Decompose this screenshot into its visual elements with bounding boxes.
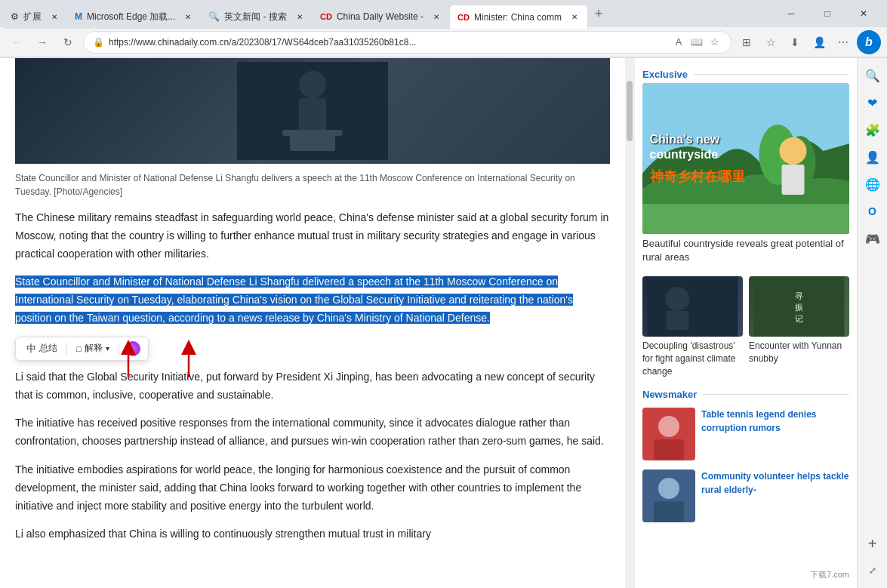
news-grid: Decoupling 'disastrous' for fight agains…: [635, 276, 857, 383]
article-hero-image: [15, 58, 610, 164]
newsmaker-label: Newsmaker: [635, 384, 857, 405]
news-item-2[interactable]: 寻 振 记 Encounter with Yunnan snubby: [749, 276, 849, 377]
edge-outlook-icon[interactable]: O: [861, 200, 884, 223]
tab-label: 扩展: [23, 11, 42, 23]
profile-button[interactable]: 👤: [808, 32, 830, 53]
sidebar-hero[interactable]: China's new countryside 神奇乡村在哪里 Beautifu…: [642, 83, 849, 270]
back-button[interactable]: ←: [6, 32, 27, 53]
svg-rect-10: [642, 204, 849, 234]
edge-profile-icon[interactable]: 👤: [861, 146, 884, 168]
summarize-button[interactable]: 中 总结: [23, 340, 60, 357]
svg-rect-3: [282, 130, 343, 136]
article-area: State Councillor and Minister of Nationa…: [0, 58, 625, 588]
edge-favorites-icon[interactable]: ❤: [861, 91, 884, 114]
article-para-3: Li said that the Global Security Initiat…: [15, 368, 610, 405]
main-area: State Councillor and Minister of Nationa…: [0, 58, 887, 588]
url-bar[interactable]: 🔒 https://www.chinadaily.com.cn/a/202308…: [83, 31, 731, 54]
tab-label: Microsoft Edge 加载...: [87, 11, 175, 23]
svg-rect-4: [290, 136, 335, 151]
svg-text:神奇乡村在哪里: 神奇乡村在哪里: [649, 169, 745, 184]
svg-point-11: [780, 137, 807, 165]
explain-button[interactable]: □ 解释 ▾: [73, 340, 112, 356]
edge-browser-icon[interactable]: 🌐: [861, 173, 884, 195]
news-thumb-img-2: 寻 振 记: [749, 276, 849, 337]
favorite-icon[interactable]: ☆: [708, 35, 722, 49]
edge-expand-icon[interactable]: ⤢: [861, 559, 884, 582]
news-thumb-title-1: Decoupling 'disastrous' for fight agains…: [642, 340, 743, 377]
copilot-button[interactable]: [125, 341, 140, 356]
tab-edge[interactable]: M Microsoft Edge 加载... ✕: [67, 5, 201, 29]
sidebar: Exclusive: [634, 58, 857, 588]
svg-text:振: 振: [795, 303, 803, 312]
refresh-button[interactable]: ↻: [57, 32, 79, 53]
svg-text:寻: 寻: [795, 291, 803, 300]
svg-text:China's new: China's new: [650, 133, 720, 146]
collections-button[interactable]: ⊞: [736, 32, 757, 53]
forward-button[interactable]: →: [32, 32, 53, 53]
edge-search-icon[interactable]: 🔍: [861, 64, 884, 87]
svg-rect-12: [782, 165, 805, 195]
article-para-6: Li also emphasized that China is willing…: [15, 525, 610, 543]
article-caption: State Councillor and Minister of Nationa…: [15, 171, 610, 199]
svg-text:countryside: countryside: [650, 148, 719, 161]
svg-point-27: [658, 478, 679, 499]
favorites-button[interactable]: ☆: [760, 32, 781, 53]
tab-search[interactable]: 🔍 英文新闻 - 搜索 ✕: [201, 5, 313, 29]
edge-game-icon[interactable]: 🎮: [861, 227, 884, 250]
svg-rect-28: [654, 501, 684, 522]
window-controls: ─ □ ✕: [774, 2, 884, 26]
svg-point-24: [658, 416, 679, 437]
article-para-1: The Chinese military remains steadfast i…: [15, 209, 610, 263]
edge-collections-icon[interactable]: 🧩: [861, 119, 884, 141]
close-button[interactable]: ✕: [846, 2, 881, 26]
address-bar: ← → ↻ 🔒 https://www.chinadaily.com.cn/a/…: [0, 27, 887, 57]
scroll-thumb[interactable]: [627, 81, 633, 141]
hero-caption: Beautiful countryside reveals great pote…: [642, 234, 849, 270]
scrollbar[interactable]: [625, 58, 634, 588]
article-para-5: The initiative embodies aspirations for …: [15, 461, 610, 515]
edge-sidebar: 🔍 ❤ 🧩 👤 🌐 O 🎮 + ⤢: [857, 58, 887, 588]
minimize-button[interactable]: ─: [774, 2, 808, 26]
newsmaker-item-2[interactable]: Community volunteer helps tackle rural e…: [635, 466, 857, 528]
selection-toolbar: 中 总结 □ 解释 ▾: [15, 337, 149, 361]
toolbar-right: ⊞ ☆ ⬇ 👤 ⋯ b: [736, 30, 881, 54]
highlighted-para: State Councillor and Minister of Nationa…: [15, 273, 610, 327]
svg-rect-18: [667, 311, 689, 330]
selected-text[interactable]: State Councillor and Minister of Nationa…: [15, 276, 573, 324]
newsmaker-text-1: Table tennis legend denies corruption ru…: [701, 408, 849, 435]
tab-bar: ⚙ 扩展 ✕ M Microsoft Edge 加载... ✕ 🔍 英文新闻 -…: [0, 0, 887, 27]
svg-point-1: [299, 71, 326, 98]
settings-button[interactable]: ⋯: [833, 32, 854, 53]
new-tab-button[interactable]: +: [588, 3, 609, 24]
news-item-1[interactable]: Decoupling 'disastrous' for fight agains…: [642, 276, 743, 377]
translate-icon[interactable]: A: [672, 35, 685, 49]
svg-text:记: 记: [795, 314, 803, 323]
tab-minister[interactable]: CD Minister: China comm ✕: [449, 5, 588, 29]
tab-chinadaily[interactable]: CD China Daily Website - ✕: [313, 5, 449, 29]
tab-close[interactable]: ✕: [183, 11, 193, 22]
download-button[interactable]: ⬇: [784, 32, 805, 53]
newsmaker-item-1[interactable]: Table tennis legend denies corruption ru…: [635, 405, 857, 466]
read-icon[interactable]: 📖: [690, 35, 704, 49]
newsmaker-link-1[interactable]: Table tennis legend denies corruption ru…: [701, 409, 816, 433]
newsmaker-text-2: Community volunteer helps tackle rural e…: [701, 469, 849, 497]
tab-close[interactable]: ✕: [294, 11, 305, 22]
newsmaker-img-1: [642, 408, 695, 460]
explain-label: 解释: [85, 342, 103, 355]
newsmaker-img-2: [642, 469, 695, 522]
url-text: https://www.chinadaily.com.cn/a/202308/1…: [109, 37, 667, 48]
toolbar-divider2: [119, 343, 119, 355]
summarize-label: 总结: [39, 342, 57, 355]
svg-rect-16: [648, 276, 738, 337]
newsmaker-link-2[interactable]: Community volunteer helps tackle rural e…: [701, 471, 849, 495]
svg-point-17: [666, 287, 690, 311]
selection-area: State Councillor and Minister of Nationa…: [15, 273, 610, 360]
tab-close[interactable]: ✕: [569, 12, 580, 23]
bing-button[interactable]: b: [857, 30, 881, 54]
tab-close[interactable]: ✕: [431, 11, 442, 22]
edge-add-icon[interactable]: +: [861, 532, 884, 555]
tab-close[interactable]: ✕: [49, 11, 60, 22]
tab-extensions[interactable]: ⚙ 扩展 ✕: [3, 5, 67, 29]
tab-label: 英文新闻 - 搜索: [224, 11, 287, 23]
maximize-button[interactable]: □: [810, 2, 845, 26]
